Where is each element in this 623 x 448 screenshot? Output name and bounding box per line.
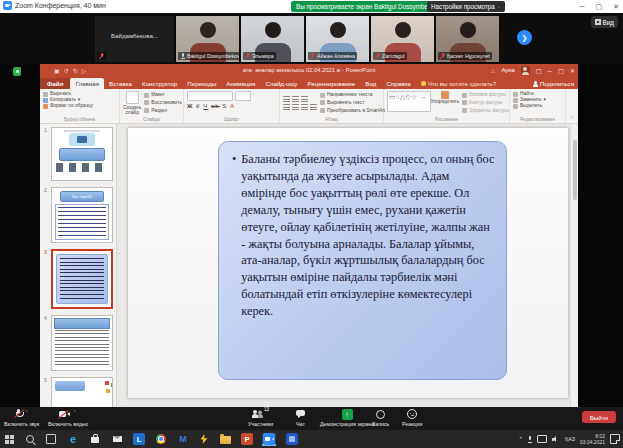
arrange-button[interactable]: Упорядочить xyxy=(434,91,456,115)
tab-view[interactable]: Вид xyxy=(360,78,381,90)
new-slide-button[interactable]: Создать слайд xyxy=(123,91,141,115)
shape-outline-button[interactable]: Контур фигуры xyxy=(462,100,509,106)
redo-icon[interactable]: ↻ xyxy=(73,67,78,74)
unmute-button[interactable]: ⌃ Включить звук xyxy=(4,409,39,427)
tray-expand-button[interactable]: ⌃ xyxy=(519,436,524,442)
slide-thumbnail-2[interactable]: Күн тәртібі xyxy=(51,187,113,243)
select-button[interactable]: Выделить xyxy=(513,103,562,109)
current-slide[interactable]: • Баланы тәрбиелеу үздіксіз процесс, ол … xyxy=(128,128,568,398)
next-participants-button[interactable]: ❯ xyxy=(517,30,532,45)
shape-effects-button[interactable]: Эффекты фигуры xyxy=(462,108,509,114)
edge-app[interactable]: e xyxy=(66,433,80,446)
record-button[interactable]: Запись xyxy=(372,409,389,427)
powerpoint-app[interactable]: P xyxy=(240,433,254,446)
account-name[interactable]: Ауна xyxy=(502,67,515,73)
minimize-button[interactable]: ─ xyxy=(580,0,585,13)
zoom-app-active[interactable] xyxy=(262,433,276,446)
language-indicator[interactable]: ҚАЗ xyxy=(565,436,575,442)
smartart-button[interactable]: Преобразовать в SmartArt xyxy=(320,108,385,114)
blue-app[interactable] xyxy=(285,433,299,446)
file-explorer[interactable] xyxy=(218,433,232,446)
chevron-up-icon[interactable]: ⌃ xyxy=(72,409,76,415)
tab-insert[interactable]: Вставка xyxy=(104,78,137,90)
participant-tile[interactable]: Айжан Алиевна xyxy=(306,16,369,62)
participants-button[interactable]: 13⌃ Участники xyxy=(248,409,273,427)
participant-tile[interactable]: Қасиет Нұрсәулет xyxy=(436,16,499,62)
font-name-box[interactable] xyxy=(187,91,233,101)
chevron-up-icon[interactable]: ⌃ xyxy=(25,409,29,415)
start-slideshow-icon[interactable]: ▷ xyxy=(82,67,87,74)
bold-button[interactable]: Ж xyxy=(187,103,193,109)
start-video-button[interactable]: ⌃ Включить видео xyxy=(48,409,88,427)
participant-tile[interactable]: Байдамбекова... xyxy=(95,16,174,62)
format-painter-button[interactable]: Формат по образцу xyxy=(43,103,116,109)
strikethrough-button[interactable]: ab xyxy=(211,103,220,109)
tab-transitions[interactable]: Переходы xyxy=(182,78,221,90)
chrome-app[interactable] xyxy=(154,433,168,446)
participant-tile[interactable]: Эльмира xyxy=(241,16,304,62)
close-button[interactable]: ✕ xyxy=(613,0,619,13)
slide-thumbnail-1[interactable] xyxy=(51,127,113,181)
tab-animations[interactable]: Анимация xyxy=(221,78,260,90)
store-app[interactable] xyxy=(88,433,102,446)
align-text-button[interactable]: Выровнять текст xyxy=(320,100,385,106)
undo-icon[interactable]: ↺ xyxy=(64,67,69,74)
slide-thumbnail-3-selected[interactable] xyxy=(51,249,113,309)
ppt-close-button[interactable]: ✕ xyxy=(570,67,575,74)
text-direction-button[interactable]: Направление текста xyxy=(320,92,385,98)
tray-mic-icon[interactable] xyxy=(528,436,532,443)
slide-text-box[interactable]: • Баланы тәрбиелеу үздіксіз процесс, ол … xyxy=(218,141,507,380)
ppt-minimize-button[interactable]: ─ xyxy=(548,67,552,74)
numbering-icon[interactable] xyxy=(292,96,299,102)
justify-icon[interactable] xyxy=(310,104,317,110)
participant-tile[interactable]: Zamzagul xyxy=(371,16,434,62)
tab-file[interactable]: Файл xyxy=(40,78,70,90)
account-avatar[interactable] xyxy=(521,66,530,75)
tab-design[interactable]: Конструктор xyxy=(137,78,182,90)
task-view-button[interactable] xyxy=(44,433,58,446)
tab-home[interactable]: Главная xyxy=(70,78,104,90)
save-icon[interactable]: ▣ xyxy=(54,67,60,74)
slide-thumbnail-4[interactable] xyxy=(51,315,113,371)
tray-display-icon[interactable] xyxy=(537,435,547,443)
ppt-restore-button[interactable]: ▢ xyxy=(558,67,564,74)
bullets-icon[interactable] xyxy=(283,96,290,102)
canvas-scrollbar[interactable] xyxy=(570,124,578,407)
maximize-button[interactable]: ▢ xyxy=(596,0,603,13)
tab-review[interactable]: Рецензирование xyxy=(302,78,360,90)
share-screen-button[interactable]: ↑ Демонстрация экрана xyxy=(320,409,374,427)
mail-app[interactable] xyxy=(110,433,124,446)
tab-help[interactable]: Справка xyxy=(381,78,415,90)
view-layout-button[interactable]: Вид xyxy=(591,16,618,28)
ribbon-display-options-button[interactable]: ▢ xyxy=(536,67,542,74)
start-button[interactable] xyxy=(2,433,16,446)
shapes-gallery[interactable]: ▭○△◇☆ → xyxy=(387,91,431,112)
taskbar-search-button[interactable] xyxy=(23,433,37,446)
tell-me-box[interactable]: Что вы хотите сделать? xyxy=(416,78,501,90)
font-size-box[interactable] xyxy=(235,91,251,101)
font-color-button[interactable]: А xyxy=(230,103,235,109)
slide-thumbnail-5[interactable] xyxy=(51,377,113,407)
align-center-icon[interactable] xyxy=(292,104,299,110)
text-shadow-button[interactable]: S xyxy=(222,103,227,109)
shape-fill-button[interactable]: Заливка фигуры xyxy=(462,92,509,98)
align-left-icon[interactable] xyxy=(283,104,290,110)
reset-button[interactable]: Восстановить xyxy=(144,100,182,106)
align-right-icon[interactable] xyxy=(301,104,308,110)
tab-slideshow[interactable]: Слайд-шоу xyxy=(260,78,302,90)
section-button[interactable]: Раздел xyxy=(144,108,182,114)
italic-button[interactable]: К xyxy=(196,103,201,109)
l-app[interactable]: L xyxy=(132,433,146,446)
layout-button[interactable]: Макет xyxy=(144,92,182,98)
ppt-share-button[interactable]: Поделиться xyxy=(533,80,574,87)
chat-button[interactable]: Чат xyxy=(296,409,305,427)
view-settings-button[interactable]: Настройки просмотра ⌄ xyxy=(427,1,505,12)
tray-volume-icon[interactable] xyxy=(552,436,560,443)
player-app[interactable] xyxy=(197,433,211,446)
m-app[interactable]: M xyxy=(176,433,190,446)
reactions-button[interactable]: Реакции xyxy=(402,409,422,427)
leave-meeting-button[interactable]: Выйти xyxy=(582,411,616,423)
action-center-icon[interactable] xyxy=(610,434,620,444)
underline-button[interactable]: Ч xyxy=(203,103,208,109)
taskbar-clock[interactable]: 8:02 03.04.2021 xyxy=(580,433,605,446)
